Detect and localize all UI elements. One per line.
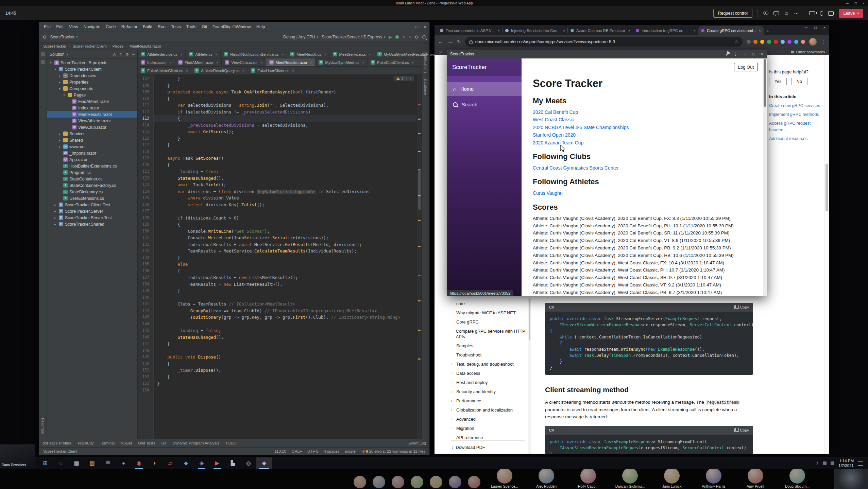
toolwindow-button[interactable]: Git <box>161 441 167 445</box>
code-editor[interactable]: } } protected override async Task OnAfte… <box>154 75 422 439</box>
explorer-item[interactable]: @App.razor <box>47 156 137 163</box>
editor-tab[interactable]: #Athlete.cs× <box>186 50 221 58</box>
participant-video[interactable] <box>392 476 404 488</box>
code-lang-tab[interactable]: C# <box>549 305 554 309</box>
taskbar-obs[interactable]: ◍ <box>241 457 256 469</box>
share-screen-icon[interactable]: ↑ <box>828 11 834 16</box>
line-ending[interactable]: CRLF <box>292 449 302 453</box>
more-options-icon[interactable]: ⋯ <box>794 11 799 16</box>
docs-nav-item[interactable]: ›Security and Identity <box>451 387 525 396</box>
volume-icon[interactable] <box>831 461 834 465</box>
action-center-icon[interactable] <box>858 461 863 466</box>
close-tab-icon[interactable]: × <box>498 29 500 33</box>
participant-video[interactable]: Alec Rodden <box>529 468 564 488</box>
toolwindow-button[interactable]: Event Log <box>408 441 426 445</box>
editor-tab[interactable]: #AthleteService.cs× <box>138 50 186 58</box>
docs-nav-item[interactable]: ›Advanced <box>451 415 525 424</box>
browser-menu-icon[interactable]: ⋮ <box>821 39 826 45</box>
toolwindow-tab[interactable]: Database <box>424 79 428 95</box>
menu-window[interactable]: Window <box>233 24 253 29</box>
close-tab-icon[interactable]: × <box>170 60 172 65</box>
participant-video[interactable] <box>468 476 480 488</box>
bookmark-star-icon[interactable]: ☆ <box>734 39 738 45</box>
network-icon[interactable] <box>823 461 827 465</box>
maximize-icon[interactable]: □ <box>752 52 755 56</box>
editor-tab[interactable]: @MeetResults.razor× <box>266 58 316 66</box>
close-icon[interactable]: × <box>863 1 865 5</box>
explorer-item[interactable]: @_Imports.razor <box>47 150 137 156</box>
gear-icon[interactable]: ⚙ <box>125 52 129 57</box>
chat-icon[interactable] <box>773 11 779 15</box>
taskbar-terminal[interactable]: ▙ <box>225 457 241 469</box>
explorer-item[interactable]: @ViewClub.razor <box>47 124 137 130</box>
build-icon[interactable]: ⚙ <box>42 35 47 39</box>
menu-navigate[interactable]: Navigate <box>81 24 103 29</box>
editor-scrollbar[interactable] <box>418 169 421 210</box>
editor-tab[interactable]: #FakeClubClient.cs× <box>368 58 417 66</box>
explorer-item[interactable]: ▸≡Dependencies <box>47 72 137 79</box>
taskbar-clock[interactable]: 1:14 PM 1/7/2021 <box>838 458 854 468</box>
close-tab-icon[interactable]: × <box>369 52 371 56</box>
indent-setting[interactable]: 4 spaces <box>324 449 339 453</box>
menu-code[interactable]: Code <box>103 24 119 29</box>
menu-view[interactable]: View <box>66 24 81 29</box>
editor-tab[interactable]: #MeetResult.cs× <box>287 50 329 58</box>
toolwindow-button[interactable]: Dynamic Program Analysis <box>172 441 219 445</box>
close-tab-icon[interactable]: × <box>759 29 761 33</box>
extension-icon[interactable] <box>801 40 805 44</box>
close-tab-icon[interactable]: × <box>180 52 182 56</box>
explorer-item[interactable]: #StateContainer.cs <box>47 176 137 182</box>
editor-tab[interactable]: #MyUsaGymMeet.cs× <box>316 58 368 66</box>
explorer-item[interactable]: @ViewAthlete.razor <box>47 118 137 124</box>
self-video[interactable]: Dana Devosiers <box>0 444 35 468</box>
leave-button[interactable]: Leave▾ <box>839 9 863 18</box>
explorer-item[interactable]: ▸Shared <box>47 137 137 143</box>
menu-teamcity[interactable]: TeamCity <box>210 24 233 29</box>
article-link[interactable]: Additional resources <box>769 136 825 142</box>
docs-nav-item[interactable]: ›Test, debug, and troubleshoot <box>451 360 525 369</box>
close-tab-icon[interactable]: × <box>563 29 565 33</box>
editor-tab[interactable]: #FakeUserClient.cs× <box>248 67 297 74</box>
taskbar-vscode[interactable]: ◆ <box>178 457 194 469</box>
explorer-item[interactable]: ▸PScoreTracker.Client.Test <box>47 202 137 208</box>
docs-nav-item[interactable]: Troubleshoot <box>451 350 525 360</box>
new-tab-button[interactable]: + <box>766 28 769 34</box>
close-icon[interactable]: × <box>424 25 426 29</box>
extension-icon[interactable] <box>760 40 764 44</box>
article-link[interactable]: Create new gRPC services <box>769 103 825 109</box>
problems-summary[interactable]: 28 errors, 22 warnings in 11 files <box>362 449 425 453</box>
menu-help[interactable]: Help <box>254 24 268 29</box>
explorer-item[interactable]: ▸Properties <box>47 79 137 85</box>
article-link[interactable]: Access gRPC request headers <box>769 120 825 133</box>
close-tab-icon[interactable]: × <box>694 29 696 33</box>
other-bookmarks[interactable]: Other bookmarks <box>791 50 825 54</box>
explorer-stripe-icon[interactable] <box>41 52 45 56</box>
docs-nav-item[interactable]: ›Data access <box>451 369 525 378</box>
menu-git[interactable]: Git <box>199 24 210 29</box>
refresh-icon[interactable]: ↻ <box>402 35 406 39</box>
breadcrumb-item[interactable]: MeetResults.razor <box>130 44 161 48</box>
editor-tab[interactable]: @Index.razor× <box>138 58 175 66</box>
page-scrollbar[interactable] <box>824 55 829 454</box>
participant-video[interactable] <box>373 476 385 488</box>
reload-icon[interactable]: ↻ <box>457 39 461 45</box>
explorer-view-selector[interactable]: Solution <box>50 52 64 57</box>
download-pdf-link[interactable]: ↓ Download PDF <box>451 440 525 450</box>
explorer-item[interactable]: ▸PScoreTracker.Server.Test <box>47 214 137 221</box>
extension-icon[interactable] <box>767 40 771 44</box>
participant-video[interactable] <box>354 476 366 488</box>
explorer-item[interactable]: ▸Services <box>47 130 137 137</box>
menu-tests[interactable]: Tests <box>168 24 184 29</box>
app-scrollbar[interactable] <box>763 58 767 296</box>
docs-nav-item[interactable]: ›Host and deploy <box>451 378 525 387</box>
minimize-icon[interactable]: ─ <box>744 52 746 56</box>
editor-tab[interactable]: #AthleteResultQuery.cs× <box>191 67 248 74</box>
participant-video[interactable]: Lauren Spence... <box>487 468 522 488</box>
browser-tab[interactable]: Introduction to gRPC on ...× <box>633 26 698 35</box>
copy-button[interactable]: Copy <box>734 305 749 309</box>
close-tab-icon[interactable]: × <box>411 60 413 65</box>
stop-button[interactable]: ■ <box>409 35 411 39</box>
close-tab-icon[interactable]: × <box>310 60 312 65</box>
explorer-item[interactable]: ▾SScoreTracker - 5 projects <box>47 59 137 66</box>
minimize-icon[interactable]: ─ <box>407 25 409 29</box>
